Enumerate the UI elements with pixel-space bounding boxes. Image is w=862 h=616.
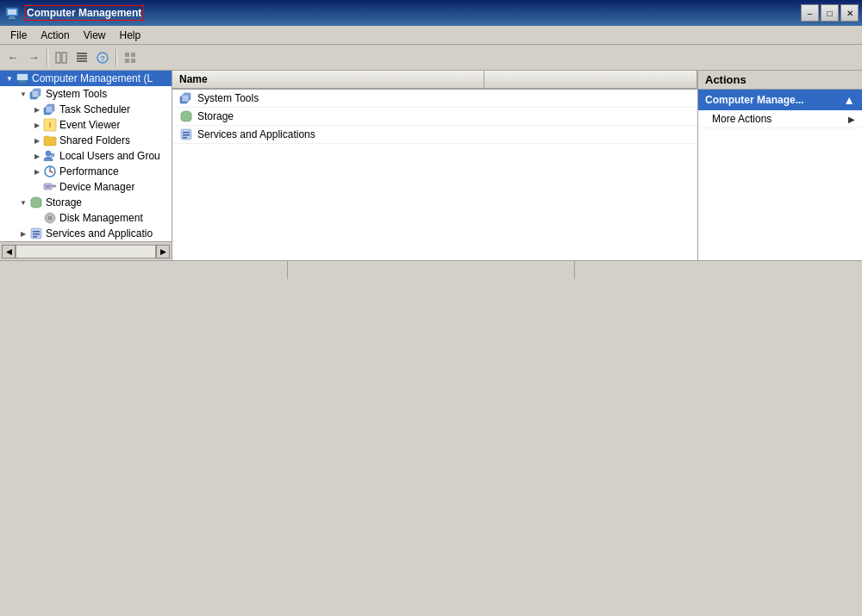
svg-rect-13	[131, 53, 135, 57]
svg-point-38	[48, 216, 52, 220]
maximize-button[interactable]: □	[821, 4, 839, 22]
svg-rect-2	[9, 16, 15, 18]
col-header-description[interactable]	[484, 71, 697, 88]
tree-label-local-users: Local Users and Grou	[59, 150, 160, 162]
tree-expander-system-tools[interactable]: ▼	[17, 87, 29, 101]
tree-item-system-tools[interactable]: ▼ System Tools	[0, 86, 172, 102]
list-row-storage-row[interactable]: Storage	[172, 108, 697, 126]
tree-label-event-viewer: Event Viewer	[59, 119, 120, 131]
forward-button[interactable]: →	[24, 48, 43, 67]
svg-rect-50	[183, 137, 187, 139]
svg-rect-1	[8, 9, 16, 15]
tree-expander-local-users[interactable]: ▶	[31, 149, 43, 163]
right-pane: Actions Computer Manage... ▲ More Action…	[698, 71, 862, 260]
svg-rect-15	[131, 59, 135, 63]
menu-view[interactable]: View	[77, 28, 113, 43]
toolbar-separator-1	[47, 49, 48, 66]
tree-item-storage[interactable]: ▼ Storage	[0, 195, 172, 210]
tree-item-local-users[interactable]: ▶ Local Users and Grou	[0, 148, 172, 164]
tree-label-storage: Storage	[46, 196, 82, 208]
more-actions-arrow: ▶	[848, 115, 855, 124]
help-toolbar-button[interactable]: ?	[93, 48, 112, 67]
tree-icon-storage	[29, 196, 43, 209]
actions-scroll-up[interactable]: ▲	[843, 93, 855, 107]
up-button[interactable]	[72, 48, 91, 67]
tree-item-disk-management[interactable]: Disk Management	[0, 210, 172, 226]
tree-item-computer-mgmt[interactable]: ▼ Computer Management (L	[0, 71, 172, 86]
tree-item-performance[interactable]: ▶ Performance	[0, 164, 172, 179]
tree-label-shared-folders: Shared Folders	[59, 134, 130, 146]
svg-point-29	[51, 153, 54, 157]
list-row-services-row[interactable]: Services and Applications	[172, 126, 697, 144]
svg-rect-35	[52, 185, 56, 187]
list-label-storage-row: Storage	[197, 110, 234, 122]
tree-label-task-scheduler: Task Scheduler	[59, 103, 130, 115]
svg-rect-45	[182, 95, 189, 102]
tree-expander-computer-mgmt[interactable]: ▼	[3, 72, 16, 85]
tree-label-performance: Performance	[59, 165, 119, 177]
svg-rect-8	[77, 58, 87, 59]
toolbar: ← → ?	[0, 45, 862, 71]
svg-rect-40	[33, 231, 40, 233]
status-section-1	[0, 261, 288, 279]
tree-expander-shared-folders[interactable]: ▶	[31, 134, 43, 147]
svg-rect-17	[17, 74, 28, 80]
tree-icon-performance	[43, 165, 57, 178]
tree-icon-local-users	[43, 149, 57, 163]
svg-rect-3	[8, 18, 16, 19]
tree-view: ▼ Computer Management (L ▼ System Tools …	[0, 71, 172, 241]
svg-rect-19	[18, 83, 27, 84]
scroll-right-button[interactable]: ▶	[156, 245, 170, 258]
menu-action[interactable]: Action	[34, 28, 76, 43]
tree-item-event-viewer[interactable]: ▶ ! Event Viewer	[0, 117, 172, 133]
tree-icon-services-apps	[29, 227, 43, 240]
svg-line-32	[50, 171, 53, 172]
menu-bar: File Action View Help	[0, 26, 862, 45]
scroll-track[interactable]	[16, 245, 156, 258]
svg-rect-9	[77, 60, 87, 62]
tree-icon-computer-mgmt	[16, 72, 29, 85]
tree-expander-performance[interactable]: ▶	[31, 165, 43, 178]
tree-expander-event-viewer[interactable]: ▶	[31, 118, 43, 132]
svg-rect-18	[20, 81, 25, 83]
status-bar	[0, 260, 862, 279]
tree-expander-disk-management[interactable]	[31, 211, 43, 225]
tree-item-shared-folders[interactable]: ▶ Shared Folders	[0, 133, 172, 148]
list-icon-services-row	[179, 128, 193, 141]
svg-rect-4	[56, 53, 60, 63]
list-header: Name	[172, 71, 697, 90]
more-actions-label: More Actions	[712, 113, 771, 125]
tree-expander-storage[interactable]: ▼	[17, 196, 29, 209]
content-area: ▼ Computer Management (L ▼ System Tools …	[0, 71, 862, 260]
tree-expander-task-scheduler[interactable]: ▶	[31, 103, 43, 116]
tree-icon-shared-folders	[43, 134, 57, 147]
tree-label-system-tools: System Tools	[46, 88, 107, 100]
tree-item-device-manager[interactable]: Device Manager	[0, 179, 172, 195]
back-button[interactable]: ←	[3, 48, 22, 67]
toolbar-separator-2	[116, 49, 117, 66]
more-actions-item[interactable]: More Actions ▶	[698, 110, 862, 128]
menu-help[interactable]: Help	[113, 28, 148, 43]
close-button[interactable]: ✕	[840, 4, 859, 22]
title-bar: Computer Management – □ ✕	[0, 0, 862, 26]
svg-rect-34	[46, 185, 50, 188]
tree-expander-services-apps[interactable]: ▶	[17, 227, 29, 240]
svg-rect-25	[46, 106, 53, 113]
view-button[interactable]	[121, 48, 140, 67]
tree-expander-device-manager[interactable]	[31, 180, 43, 194]
col-header-name[interactable]: Name	[172, 71, 484, 88]
minimize-button[interactable]: –	[801, 4, 819, 22]
menu-file[interactable]: File	[3, 28, 34, 43]
tree-item-services-apps[interactable]: ▶ Services and Applicatio	[0, 226, 172, 241]
tree-icon-task-scheduler	[43, 103, 57, 116]
list-label-services-row: Services and Applications	[197, 128, 315, 140]
tree-item-task-scheduler[interactable]: ▶ Task Scheduler	[0, 102, 172, 117]
show-hide-tree-button[interactable]	[52, 48, 71, 67]
list-row-system-tools-row[interactable]: System Tools	[172, 90, 697, 108]
scroll-left-button[interactable]: ◀	[2, 245, 16, 258]
left-pane: ▼ Computer Management (L ▼ System Tools …	[0, 71, 172, 260]
tree-label-disk-management: Disk Management	[59, 212, 143, 224]
svg-rect-48	[183, 132, 190, 134]
tree-label-device-manager: Device Manager	[59, 181, 134, 193]
tree-icon-disk-management	[43, 211, 57, 225]
